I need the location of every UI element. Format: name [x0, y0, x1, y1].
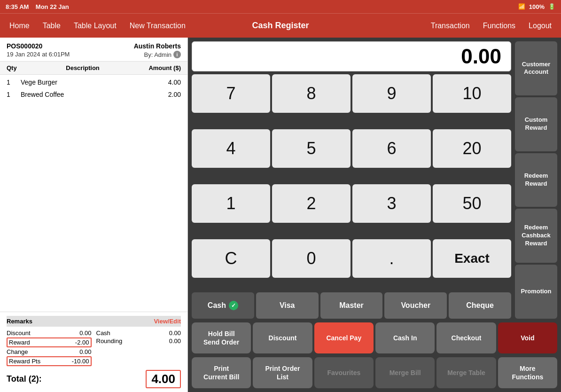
- reward-row: Reward -2.00: [7, 337, 92, 347]
- discount-row: Discount 0.00: [7, 329, 92, 337]
- custom-reward-button[interactable]: CustomReward: [515, 97, 557, 151]
- promotion-button[interactable]: Promotion: [515, 265, 557, 319]
- receipt-column-headers: Qty Description Amount ($): [0, 62, 187, 75]
- remarks-header: Remarks View/Edit: [7, 316, 181, 327]
- cash-label: Cash: [96, 329, 110, 337]
- side-buttons: CustomerAccount CustomReward RedeemRewar…: [515, 41, 557, 319]
- print-order-list-button[interactable]: Print OrderList: [253, 357, 312, 388]
- info-icon[interactable]: i: [173, 51, 181, 58]
- nav-transaction[interactable]: Transaction: [431, 22, 470, 30]
- nav-title: Cash Register: [190, 21, 371, 31]
- numpad-0[interactable]: 0: [272, 239, 351, 278]
- nav-functions[interactable]: Functions: [483, 22, 515, 30]
- total-row: Total (2): 4.00: [7, 370, 181, 388]
- numpad-8[interactable]: 8: [272, 74, 351, 113]
- receipt-date: 19 Jan 2024 at 6:01PM: [7, 51, 70, 58]
- right-panel: 0.00 7 8 9 10 4 5 6 20 1 2 3 50 C: [188, 38, 561, 392]
- numpad-area: 0.00 7 8 9 10 4 5 6 20 1 2 3 50 C: [192, 41, 557, 319]
- reward-pts-label: Reward Pts: [9, 358, 40, 365]
- item-amount-2: 2.00: [168, 91, 181, 98]
- numpad-container: 0.00 7 8 9 10 4 5 6 20 1 2 3 50 C: [192, 41, 511, 319]
- numpad-2[interactable]: 2: [272, 184, 351, 223]
- item-amount-1: 4.00: [168, 78, 181, 86]
- cash-in-button[interactable]: Cash In: [375, 322, 435, 353]
- cash-check-icon: ✓: [229, 301, 238, 310]
- numpad-5[interactable]: 5: [272, 129, 351, 168]
- pay-master[interactable]: Master: [320, 292, 383, 319]
- display-bar: 0.00: [192, 41, 511, 71]
- numpad-50[interactable]: 50: [433, 184, 511, 223]
- more-functions-button[interactable]: MoreFunctions: [498, 357, 557, 388]
- numpad-3[interactable]: 3: [352, 184, 431, 223]
- numpad-decimal[interactable]: .: [352, 239, 431, 278]
- change-label: Change: [7, 348, 28, 355]
- nav-logout[interactable]: Logout: [529, 22, 552, 30]
- pay-master-label: Master: [339, 301, 364, 310]
- nav-new-transaction[interactable]: New Transaction: [130, 22, 186, 30]
- void-button[interactable]: Void: [498, 322, 557, 353]
- footer-grid: Discount 0.00 Cash 0.00 Reward -2.00 Rou…: [7, 329, 181, 366]
- hold-bill-button[interactable]: Hold BillSend Order: [192, 322, 251, 353]
- col-description: Description: [66, 64, 100, 71]
- pay-voucher-label: Voucher: [401, 301, 430, 310]
- numpad-6[interactable]: 6: [352, 129, 431, 168]
- item-desc-1: Vege Burger: [21, 78, 57, 86]
- receipt-footer: Remarks View/Edit Discount 0.00 Cash 0.0…: [0, 312, 187, 392]
- numpad-grid: 7 8 9 10 4 5 6 20 1 2 3 50 C 0 . Exact: [192, 74, 511, 292]
- cash-value: 0.00: [169, 329, 181, 337]
- merge-table-button[interactable]: Merge Table: [436, 357, 496, 388]
- numpad-clear[interactable]: C: [192, 239, 270, 278]
- numpad-9[interactable]: 9: [352, 74, 431, 113]
- print-current-bill-button[interactable]: PrintCurrent Bill: [192, 357, 251, 388]
- pos-id: POS000020: [7, 42, 42, 50]
- redeem-reward-button[interactable]: RedeemReward: [515, 153, 557, 207]
- action-row-2: PrintCurrent Bill Print OrderList Favour…: [192, 357, 557, 388]
- numpad-exact[interactable]: Exact: [433, 239, 511, 278]
- pay-cheque[interactable]: Cheque: [449, 292, 511, 319]
- discount-value: 0.00: [79, 329, 91, 337]
- receipt-items: 1 Vege Burger 4.00 1 Brewed Coffee 2.00: [0, 75, 187, 312]
- battery-icon: 🔋: [548, 3, 555, 10]
- display-value: 0.00: [461, 45, 501, 68]
- col-qty: Qty: [7, 64, 17, 71]
- pay-cash[interactable]: Cash ✓: [192, 292, 254, 319]
- view-edit-link[interactable]: View/Edit: [154, 318, 181, 325]
- rounding-value: 0.00: [169, 337, 181, 347]
- numpad-7[interactable]: 7: [192, 74, 270, 113]
- change-row: Change 0.00: [7, 348, 92, 355]
- reward-value: -2.00: [75, 339, 89, 346]
- main-content: POS000020 Austin Roberts 19 Jan 2024 at …: [0, 38, 561, 392]
- total-label: Total (2):: [7, 374, 42, 384]
- pay-voucher[interactable]: Voucher: [384, 292, 447, 319]
- pay-cheque-label: Cheque: [466, 301, 494, 310]
- reward-pts-row: Reward Pts -10.00: [7, 356, 92, 366]
- item-qty-1: 1: [7, 78, 16, 86]
- customer-account-button[interactable]: CustomerAccount: [515, 41, 557, 95]
- numpad-20[interactable]: 20: [433, 129, 511, 168]
- table-row: 1 Vege Burger 4.00: [7, 78, 181, 86]
- pay-visa[interactable]: Visa: [256, 292, 319, 319]
- checkout-button[interactable]: Checkout: [436, 322, 496, 353]
- merge-bill-button[interactable]: Merge Bill: [375, 357, 435, 388]
- numpad-1[interactable]: 1: [192, 184, 270, 223]
- numpad-10[interactable]: 10: [433, 74, 511, 113]
- rounding-label: Rounding: [96, 337, 123, 347]
- total-value: 4.00: [146, 370, 181, 388]
- favourites-button[interactable]: Favourites: [314, 357, 374, 388]
- status-bar: 8:35 AM Mon 22 Jan 📶 100% 🔋: [0, 0, 561, 13]
- remarks-label: Remarks: [7, 318, 32, 325]
- discount-button[interactable]: Discount: [253, 322, 312, 353]
- reward-label: Reward: [9, 339, 30, 346]
- cancel-pay-button[interactable]: Cancel Pay: [314, 322, 374, 353]
- nav-home[interactable]: Home: [9, 22, 30, 30]
- redeem-cashback-button[interactable]: RedeemCashbackReward: [515, 209, 557, 263]
- receipt-header: POS000020 Austin Roberts 19 Jan 2024 at …: [0, 38, 187, 62]
- nav-table-layout[interactable]: Table Layout: [74, 22, 117, 30]
- action-row-1: Hold BillSend Order Discount Cancel Pay …: [192, 322, 557, 353]
- nav-table[interactable]: Table: [43, 22, 61, 30]
- numpad-4[interactable]: 4: [192, 129, 270, 168]
- discount-label: Discount: [7, 329, 31, 337]
- pay-cash-label: Cash: [208, 301, 226, 310]
- receipt-by: By: Admin: [144, 51, 171, 58]
- payment-row: Cash ✓ Visa Master Voucher Cheque: [192, 292, 511, 319]
